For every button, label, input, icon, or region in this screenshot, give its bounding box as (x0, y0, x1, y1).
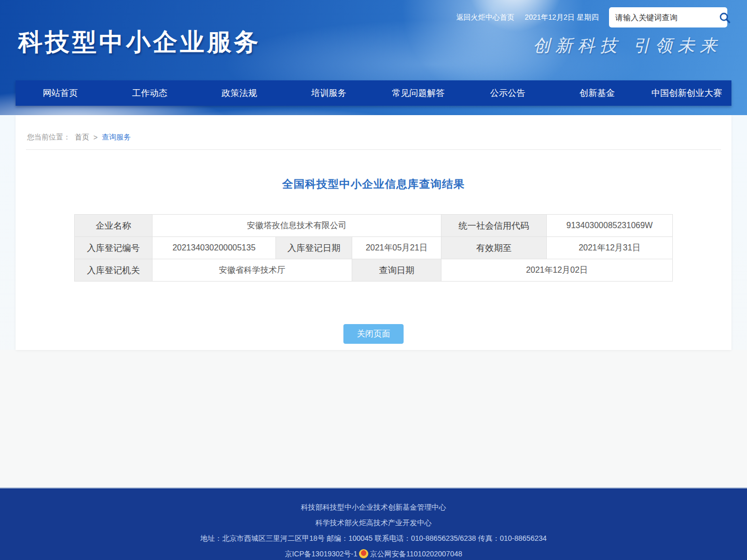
site-logo[interactable]: 科技型中小企业服务 (18, 26, 261, 59)
table-row: 入库登记机关 安徽省科学技术厅 查询日期 2021年12月02日 (74, 259, 672, 282)
field-label-registration-authority: 入库登记机关 (74, 259, 152, 282)
field-value-query-date: 2021年12月02日 (441, 259, 673, 282)
field-label-query-date: 查询日期 (352, 259, 441, 282)
search-icon (718, 11, 731, 24)
nav-item-news[interactable]: 工作动态 (105, 80, 195, 106)
field-label-registration-date: 入库登记日期 (275, 237, 352, 259)
search-input[interactable] (615, 13, 718, 22)
lower-spacer (0, 350, 747, 487)
content-card: 您当前位置： 首页 > 查询服务 全国科技型中小企业信息库查询结果 企业名称 安… (16, 115, 731, 350)
nav-item-policy[interactable]: 政策法规 (195, 80, 284, 106)
table-row: 入库登记编号 202134030200005135 入库登记日期 2021年05… (74, 237, 672, 259)
field-label-company-name: 企业名称 (74, 215, 152, 237)
field-label-valid-until: 有效期至 (441, 237, 547, 259)
public-security-badge-icon (359, 549, 368, 558)
nav-item-faq[interactable]: 常见问题解答 (374, 80, 463, 106)
search-button[interactable] (718, 10, 731, 25)
field-value-registration-authority: 安徽省科学技术厅 (152, 259, 352, 282)
close-page-button[interactable]: 关闭页面 (343, 324, 404, 344)
query-result-table: 企业名称 安徽塔孜信息技术有限公司 统一社会信用代码 9134030008523… (74, 214, 673, 282)
torch-home-link[interactable]: 返回火炬中心首页 (457, 13, 515, 22)
footer-org-line-2: 科学技术部火炬高技术产业开发中心 (0, 517, 747, 528)
breadcrumb-divider (26, 149, 721, 150)
breadcrumb: 您当前位置： 首页 > 查询服务 (16, 115, 731, 142)
breadcrumb-separator: > (93, 133, 98, 142)
header-top-bar: 返回火炬中心首页 2021年12月2日 星期四 (457, 7, 727, 27)
nav-item-training[interactable]: 培训服务 (284, 80, 374, 106)
field-value-valid-until: 2021年12月31日 (547, 237, 673, 259)
site-slogan: 创新科技 引领未来 (533, 34, 723, 58)
search-box (609, 7, 727, 27)
nav-item-competition[interactable]: 中国创新创业大赛 (642, 80, 732, 106)
breadcrumb-current-link[interactable]: 查询服务 (102, 133, 131, 142)
page-background: 您当前位置： 首页 > 查询服务 全国科技型中小企业信息库查询结果 企业名称 安… (0, 115, 747, 487)
field-value-registration-date: 2021年05月21日 (352, 237, 441, 259)
gongan-record-link[interactable]: 京公网安备11010202007048 (370, 549, 462, 559)
field-label-credit-code: 统一社会信用代码 (441, 215, 547, 237)
site-footer: 科技部科技型中小企业技术创新基金管理中心 科学技术部火炬高技术产业开发中心 地址… (0, 487, 747, 560)
nav-item-announcement[interactable]: 公示公告 (463, 80, 553, 106)
site-header: 返回火炬中心首页 2021年12月2日 星期四 科技型中小企业服务 创新科技 引… (0, 0, 747, 115)
field-value-company-name: 安徽塔孜信息技术有限公司 (152, 215, 441, 237)
field-label-registration-number: 入库登记编号 (74, 237, 152, 259)
footer-org-line-1: 科技部科技型中小企业技术创新基金管理中心 (0, 502, 747, 512)
page-title: 全国科技型中小企业信息库查询结果 (16, 177, 731, 191)
nav-item-home[interactable]: 网站首页 (16, 80, 105, 106)
main-nav: 网站首页 工作动态 政策法规 培训服务 常见问题解答 公示公告 创新基金 中国创… (16, 80, 731, 106)
current-date: 2021年12月2日 星期四 (525, 13, 599, 22)
field-value-credit-code: 91340300085231069W (547, 215, 673, 237)
breadcrumb-home-link[interactable]: 首页 (75, 133, 89, 142)
nav-item-fund[interactable]: 创新基金 (552, 80, 642, 106)
footer-address-line: 地址：北京市西城区三里河二区甲18号 邮编：100045 联系电话：010-88… (0, 533, 747, 543)
footer-record-line: 京ICP备13019302号-1 京公网安备11010202007048 (0, 549, 747, 559)
icp-record-link[interactable]: 京ICP备13019302号-1 (285, 549, 357, 559)
table-row: 企业名称 安徽塔孜信息技术有限公司 统一社会信用代码 9134030008523… (74, 215, 672, 237)
field-value-registration-number: 202134030200005135 (152, 237, 275, 259)
breadcrumb-prefix: 您当前位置： (27, 133, 71, 142)
